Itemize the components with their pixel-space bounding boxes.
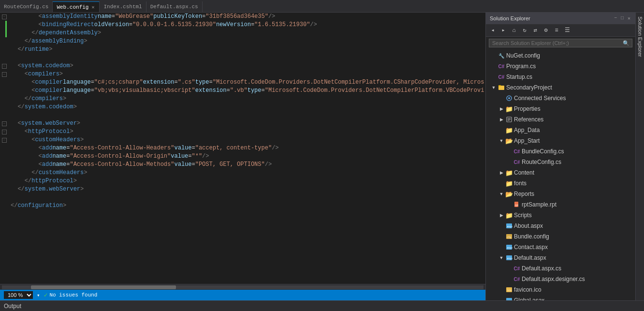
label-appdata: App_Data: [514, 127, 633, 133]
zoom-dropdown-icon: ▾: [37, 292, 40, 298]
tree-item-scripts[interactable]: 📁 Scripts: [486, 210, 635, 221]
expand-references[interactable]: [498, 116, 505, 123]
tree-item-fonts[interactable]: 📁 fonts: [486, 178, 635, 189]
tree-item-secondaryproject[interactable]: SecondaryProject: [486, 82, 635, 93]
tab-indexcshtml[interactable]: Index.cshtml: [100, 1, 146, 12]
code-line-9: <compiler language="c#;cs;csharp" extens…: [9, 78, 485, 87]
label-scripts: Scripts: [514, 212, 633, 219]
horizontal-scrollbar[interactable]: [0, 284, 485, 290]
scroll-track[interactable]: [2, 285, 483, 289]
se-home-btn[interactable]: ⌂: [509, 26, 519, 35]
tree-item-contact[interactable]: aspx Contact.aspx: [486, 242, 635, 252]
tree-item-routeconfig[interactable]: C# RouteConfig.cs: [486, 157, 635, 167]
collapse-btn-15[interactable]: −: [2, 130, 7, 134]
output-label: Output: [4, 303, 21, 310]
tree-item-connected[interactable]: Connected Services: [486, 93, 635, 104]
tree-item-bundle[interactable]: cfg Bundle.config: [486, 231, 635, 242]
code-line-8: <compilers>: [9, 70, 485, 78]
icon-reports: 📂: [505, 190, 513, 198]
icon-globalasax: asax: [505, 296, 513, 300]
icon-rptsample: rpt: [513, 201, 521, 208]
li-15: −: [0, 128, 9, 136]
icon-nuget: 🔧: [498, 52, 505, 59]
icon-defaultdesigner: C#: [513, 275, 521, 283]
tree-item-bundleconfig[interactable]: C# BundleConfig.cs: [486, 146, 635, 157]
label-nuget: NuGet.config: [506, 52, 633, 59]
icon-connected: [505, 94, 513, 102]
icon-bundleconfig: C#: [513, 148, 521, 155]
tree-item-rptsample[interactable]: rpt rptSample.rpt: [486, 199, 635, 210]
li-13: [0, 111, 9, 119]
collapse-btn-1[interactable]: −: [2, 15, 7, 19]
li-22: [0, 185, 9, 193]
collapse-btn-16[interactable]: −: [2, 138, 7, 143]
expand-properties[interactable]: [498, 105, 505, 113]
collapse-btn-7[interactable]: −: [2, 64, 7, 69]
tree-item-reports[interactable]: 📂 Reports: [486, 189, 635, 199]
se-back-btn[interactable]: ◂: [488, 26, 498, 35]
tree-item-program[interactable]: C# Program.cs: [486, 61, 635, 72]
tree-item-startup[interactable]: C# Startup.cs: [486, 72, 635, 82]
tree-item-defaultaspx[interactable]: aspx Default.aspx: [486, 252, 635, 263]
tab-routeconfig[interactable]: RouteConfig.cs: [0, 1, 53, 12]
status-text: No issues found: [49, 292, 97, 298]
green-line-2: [5, 21, 7, 29]
se-close-btn[interactable]: ✕: [627, 15, 631, 21]
svg-text:cfg: cfg: [507, 236, 511, 239]
se-toolbar: ◂ ▸ ⌂ ↻ ⇄ ⚙ ≡ ☰: [486, 24, 635, 37]
zoom-selector[interactable]: 100 %: [4, 291, 33, 299]
se-refresh-btn[interactable]: ↻: [520, 26, 529, 35]
tab-webconfig[interactable]: Web.config ✕: [53, 1, 100, 12]
expand-scripts[interactable]: [498, 211, 505, 219]
se-sync-btn[interactable]: ⇄: [530, 26, 540, 35]
tree-item-references[interactable]: References: [486, 114, 635, 125]
collapse-btn-8[interactable]: −: [2, 72, 7, 77]
tab-defaultaspxcs[interactable]: Default.aspx.cs: [146, 1, 203, 12]
se-settings-btn[interactable]: ⚙: [541, 26, 551, 35]
code-line-10: <compiler language="vb;vbs;visualbasic;v…: [9, 87, 485, 95]
label-contact: Contact.aspx: [514, 244, 633, 251]
se-header-buttons: − □ ✕: [613, 15, 631, 21]
se-minimize-btn[interactable]: −: [613, 15, 618, 21]
tree-item-defaultcs[interactable]: C# Default.aspx.cs: [486, 263, 635, 274]
expand-defaultaspx[interactable]: [498, 254, 505, 262]
expand-content[interactable]: [498, 169, 505, 177]
se-search-input[interactable]: [489, 39, 632, 47]
tree-item-defaultdesigner[interactable]: C# Default.aspx.designer.cs: [486, 274, 635, 284]
se-maximize-btn[interactable]: □: [620, 15, 625, 21]
tree-item-content[interactable]: 📁 Content: [486, 167, 635, 178]
icon-defaultaspx: aspx: [505, 254, 513, 262]
icon-program: C#: [498, 62, 505, 70]
se-side-label[interactable]: Solution Explorer: [635, 13, 644, 300]
svg-rect-0: [498, 86, 504, 90]
expand-appstart[interactable]: [498, 137, 505, 145]
green-line-3: [5, 29, 7, 37]
se-search-container: 🔍: [486, 37, 635, 49]
tab-webconfig-close[interactable]: ✕: [90, 4, 95, 10]
main-area: − − − − − −: [0, 13, 644, 300]
code-line-14: <system.webServer>: [9, 119, 485, 128]
code-lines[interactable]: <assemblyIdentity name="WebGrease" publi…: [9, 13, 485, 284]
code-line-2: <bindingRedirect oldVersion="0.0.0.0-1.6…: [9, 21, 485, 29]
code-line-6: [9, 54, 485, 62]
scroll-thumb[interactable]: [31, 285, 176, 289]
collapse-btn-14[interactable]: −: [2, 121, 7, 126]
tree-item-favicon[interactable]: ico favicon.ico: [486, 284, 635, 295]
tree-item-globalasax[interactable]: asax Global.asax: [486, 295, 635, 300]
expand-reports[interactable]: [498, 190, 505, 198]
tree-item-appstart[interactable]: 📂 App_Start: [486, 135, 635, 146]
se-properties-btn[interactable]: ☰: [562, 26, 572, 35]
icon-content: 📁: [505, 169, 513, 177]
tree-item-properties[interactable]: 📁 Properties: [486, 104, 635, 114]
se-forward-btn[interactable]: ▸: [498, 26, 508, 35]
li-9: [0, 78, 9, 87]
tree-item-nuget[interactable]: 🔧 NuGet.config: [486, 50, 635, 61]
label-reports: Reports: [514, 191, 633, 197]
code-line-19: <add name="Access-Control-Allow-Methods"…: [9, 161, 485, 169]
tree-item-about[interactable]: aspx About.aspx: [486, 221, 635, 231]
code-line-23: [9, 193, 485, 202]
tree-item-appdata[interactable]: 📁 App_Data: [486, 125, 635, 135]
se-filter-btn[interactable]: ≡: [552, 26, 561, 35]
expand-secondaryproject[interactable]: [490, 84, 498, 91]
output-bar: Output: [0, 300, 644, 311]
